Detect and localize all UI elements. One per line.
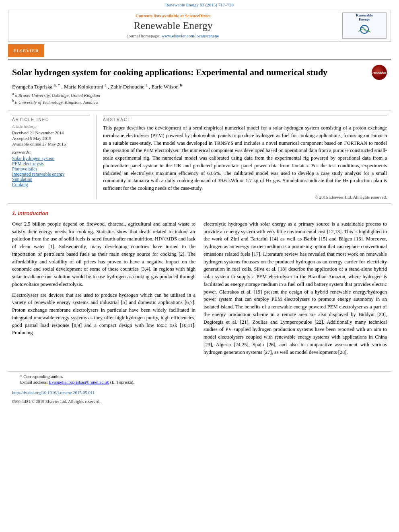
affil-sup-a3: a	[146, 82, 148, 87]
contents-text: Contents lists available at	[136, 13, 184, 18]
received-date: Received 21 November 2014	[12, 130, 90, 135]
email-name: (E. Topriska).	[110, 380, 134, 384]
homepage-label: journal homepage:	[128, 33, 160, 38]
copyright-footer-area: 0960-1481/© 2015 Elsevier Ltd. All right…	[0, 397, 399, 409]
article-info-label: ARTICLE INFO	[12, 115, 90, 122]
doi-area: http://dx.doi.org/10.1016/j.renene.2015.…	[0, 388, 399, 397]
email-note: E-mail address: Evangelia.Topriska@brune…	[20, 380, 379, 384]
email-label: E-mail address:	[20, 380, 49, 384]
affiliation-b: b b University of Technology, Kingston, …	[12, 99, 387, 105]
re-logo-box: RenewableEnergy	[342, 12, 387, 39]
body-right-col: electrolytic hydrogen with solar energy …	[204, 220, 387, 359]
keyword-3[interactable]: Photovoltaics	[12, 166, 90, 171]
crossmark-area: CrossMark	[372, 65, 387, 80]
sep1: , Maria Kolokotroni	[61, 84, 105, 90]
affil-a-text: a Brunel University, Uxbridge, United Ki…	[15, 93, 100, 98]
sep2: , Zahir Dehouche	[108, 84, 146, 90]
section-number: 1.	[12, 210, 16, 216]
intro-para-1: Over 2.5 billion people depend on firewo…	[12, 220, 195, 288]
keywords-title: Keywords:	[12, 150, 90, 154]
page-wrapper: Renewable Energy 83 (2015) 717–728 Conte…	[0, 0, 399, 532]
article-title-section: CrossMark Solar hydrogen system for cook…	[0, 63, 399, 109]
crossmark-icon: CrossMark	[372, 65, 387, 80]
body-two-col: Over 2.5 billion people depend on firewo…	[12, 220, 387, 359]
homepage-url[interactable]: www.elsevier.com/locate/renene	[162, 33, 219, 38]
corresponding-note: * Corresponding author.	[20, 374, 379, 379]
journal-header: Contents lists available at ScienceDirec…	[8, 10, 391, 42]
doi-link[interactable]: http://dx.doi.org/10.1016/j.renene.2015.…	[12, 390, 95, 395]
elsevier-logo-area: ELSEVIER	[8, 44, 391, 57]
intro-para-2: Electrolysers are devices that are used …	[12, 292, 195, 337]
main-divider	[8, 60, 391, 60]
intro-para-3: electrolytic hydrogen with solar energy …	[204, 220, 387, 356]
thin-divider-1	[8, 111, 391, 111]
header-scidir: Contents lists available at ScienceDirec…	[136, 13, 211, 18]
header-main: Contents lists available at ScienceDirec…	[8, 10, 338, 41]
history-label: Article history:	[12, 124, 90, 129]
article-info-abstract: ARTICLE INFO Article history: Received 2…	[12, 115, 387, 199]
keyword-1[interactable]: Solar hydrogen system	[12, 156, 90, 161]
email-link[interactable]: Evangelia.Topriska@brunel.ac.uk	[49, 380, 109, 384]
accepted-date: Accepted 5 May 2015	[12, 136, 90, 141]
article-info-col: ARTICLE INFO Article history: Received 2…	[12, 115, 97, 199]
affil-sup-a2: a	[105, 82, 107, 87]
thin-divider-2	[8, 203, 391, 204]
affil-b-text: b University of Technology, Kingston, Ja…	[15, 99, 98, 104]
elsevier-box: ELSEVIER	[8, 44, 44, 57]
abstract-label: ABSTRACT	[103, 115, 387, 122]
available-date: Available online 27 May 2015	[12, 142, 90, 146]
abstract-col: ABSTRACT This paper describes the develo…	[97, 115, 387, 199]
header-homepage: journal homepage: www.elsevier.com/locat…	[128, 33, 219, 38]
journal-title: Renewable Energy	[134, 20, 213, 32]
top-journal-link: Renewable Energy 83 (2015) 717–728	[0, 0, 399, 8]
affil-sup-b: b	[180, 82, 182, 87]
header-logo-area: RenewableEnergy	[338, 10, 391, 41]
body-left-col: Over 2.5 billion people depend on firewo…	[12, 220, 195, 359]
svg-text:CrossMark: CrossMark	[372, 71, 387, 75]
sciencedirect-link[interactable]: ScienceDirect	[185, 13, 211, 18]
copyright-footer: 0960-1481/© 2015 Elsevier Ltd. All right…	[12, 399, 101, 404]
re-logo-graphic	[352, 22, 376, 36]
section-title: 1. Introduction	[12, 210, 387, 216]
section-name: Introduction	[18, 210, 48, 216]
footnote-area: * Corresponding author. E-mail address: …	[8, 371, 391, 388]
elsevier-label: ELSEVIER	[13, 48, 39, 53]
authors-text: Evangelia Topriska	[12, 84, 54, 90]
keyword-2[interactable]: PEM electrolysis	[12, 161, 90, 166]
abstract-copyright: © 2015 Elsevier Ltd. All rights reserved…	[103, 195, 387, 199]
re-logo-title: RenewableEnergy	[352, 13, 376, 21]
journal-link[interactable]: Renewable Energy 83 (2015) 717–728	[165, 2, 234, 7]
keyword-5[interactable]: Simulation	[12, 177, 90, 182]
affiliation-a: a a Brunel University, Uxbridge, United …	[12, 92, 387, 98]
article-title: Solar hydrogen system for cooking applic…	[12, 67, 387, 78]
introduction-header: 1. Introduction	[0, 205, 399, 220]
abstract-text: This paper describes the development of …	[103, 124, 387, 192]
authors-line: Evangelia Topriska a, * , Maria Kolokotr…	[12, 82, 387, 90]
keyword-6[interactable]: Cooking	[12, 182, 90, 187]
keyword-4[interactable]: Integrated renewable energy	[12, 172, 90, 177]
sep3: , Earle Wilson	[149, 84, 180, 90]
